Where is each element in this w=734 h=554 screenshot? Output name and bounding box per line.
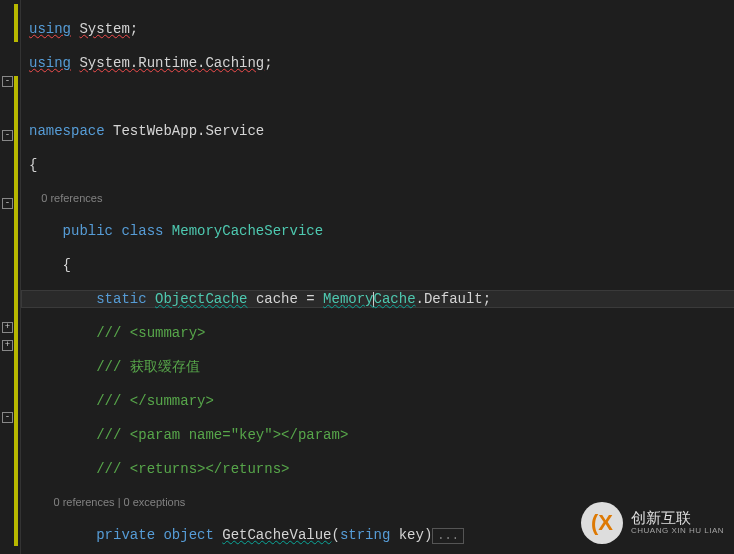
expand-toggle-icon[interactable]: + — [2, 322, 13, 333]
keyword-public: public — [63, 223, 113, 239]
codelens-references[interactable]: 0 references — [41, 192, 102, 204]
xml-doc-comment: /// — [96, 359, 121, 375]
collapse-toggle-icon[interactable]: - — [2, 76, 13, 87]
namespace-name: System.Runtime.Caching — [79, 55, 264, 71]
current-line[interactable]: static ObjectCache cache = MemoryCache.D… — [21, 290, 734, 308]
namespace-name: TestWebApp.Service — [113, 123, 264, 139]
keyword-using: using — [29, 55, 71, 71]
keyword-string: string — [340, 527, 390, 543]
type-name: ObjectCache — [155, 291, 247, 307]
watermark-logo-icon: (X — [581, 502, 623, 544]
xml-doc-comment: /// — [96, 325, 121, 341]
collapsed-code-icon[interactable]: ... — [432, 528, 464, 544]
xml-doc-comment: /// — [96, 393, 121, 409]
method-name: GetCacheValue — [222, 527, 331, 543]
expand-toggle-icon[interactable]: + — [2, 340, 13, 351]
keyword-namespace: namespace — [29, 123, 105, 139]
collapse-toggle-icon[interactable]: - — [2, 130, 13, 141]
codelens-references[interactable]: 0 references | 0 exceptions — [53, 496, 185, 508]
brace: { — [29, 157, 37, 173]
keyword-object: object — [163, 527, 213, 543]
namespace-name: System — [79, 21, 129, 37]
change-indicator — [14, 4, 18, 42]
watermark-title: 创新互联 — [631, 510, 724, 527]
keyword-private: private — [96, 527, 155, 543]
watermark-subtitle: CHUANG XIN HU LIAN — [631, 527, 724, 536]
code-editor[interactable]: - - - + + - using System; using System.R… — [0, 0, 734, 554]
field-name: cache — [256, 291, 298, 307]
xml-doc-comment: /// — [96, 461, 121, 477]
code-area[interactable]: using System; using System.Runtime.Cachi… — [21, 0, 734, 554]
keyword-class: class — [121, 223, 163, 239]
class-name: MemoryCacheService — [172, 223, 323, 239]
collapse-toggle-icon[interactable]: - — [2, 198, 13, 209]
brace: { — [63, 257, 71, 273]
keyword-static: static — [96, 291, 146, 307]
gutter: - - - + + - — [0, 0, 21, 554]
watermark: (X 创新互联 CHUANG XIN HU LIAN — [581, 502, 724, 544]
xml-doc-comment: /// — [96, 427, 121, 443]
keyword-using: using — [29, 21, 71, 37]
change-indicator — [14, 76, 18, 546]
type-name: Memory — [323, 291, 373, 307]
collapse-toggle-icon[interactable]: - — [2, 412, 13, 423]
